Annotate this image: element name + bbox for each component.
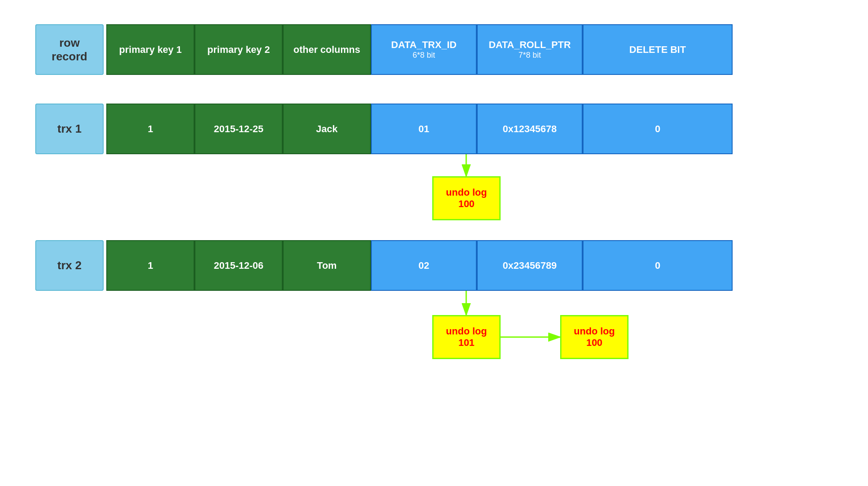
header-trxid: DATA_TRX_ID 6*8 bit (371, 24, 477, 75)
header-row: row record primary key 1 primary key 2 o… (35, 24, 733, 75)
trx2-row: trx 2 1 2015-12-06 Tom 02 0x23456789 0 (35, 240, 733, 291)
trx1-pk2: 2015-12-25 (195, 104, 283, 154)
trx2-other: Tom (283, 240, 371, 291)
trx2-deletebit: 0 (583, 240, 733, 291)
header-pk2: primary key 2 (195, 24, 283, 75)
trx1-label: trx 1 (35, 104, 104, 154)
trx2-cells: 1 2015-12-06 Tom 02 0x23456789 0 (106, 240, 733, 291)
trx2-undo100-box: undo log 100 (560, 315, 629, 359)
trx2-pk1: 1 (106, 240, 195, 291)
trx1-other: Jack (283, 104, 371, 154)
trx2-undo101-box: undo log 101 (432, 315, 501, 359)
trx1-rollptr: 0x12345678 (477, 104, 583, 154)
trx1-trxid: 01 (371, 104, 477, 154)
trx1-undo-box: undo log 100 (432, 176, 501, 220)
row-record-label: row record (35, 24, 104, 75)
trx2-rollptr: 0x23456789 (477, 240, 583, 291)
header-pk1: primary key 1 (106, 24, 195, 75)
header-rollptr: DATA_ROLL_PTR 7*8 bit (477, 24, 583, 75)
trx1-pk1: 1 (106, 104, 195, 154)
trx2-pk2: 2015-12-06 (195, 240, 283, 291)
header-cells: primary key 1 primary key 2 other column… (106, 24, 733, 75)
trx1-cells: 1 2015-12-25 Jack 01 0x12345678 0 (106, 104, 733, 154)
trx2-trxid: 02 (371, 240, 477, 291)
trx2-label: trx 2 (35, 240, 104, 291)
header-other-columns: other columns (283, 24, 371, 75)
trx1-deletebit: 0 (583, 104, 733, 154)
trx1-row: trx 1 1 2015-12-25 Jack 01 0x12345678 0 (35, 104, 733, 154)
header-deletebit: DELETE BIT (583, 24, 733, 75)
diagram-container: row record primary key 1 primary key 2 o… (0, 0, 868, 486)
